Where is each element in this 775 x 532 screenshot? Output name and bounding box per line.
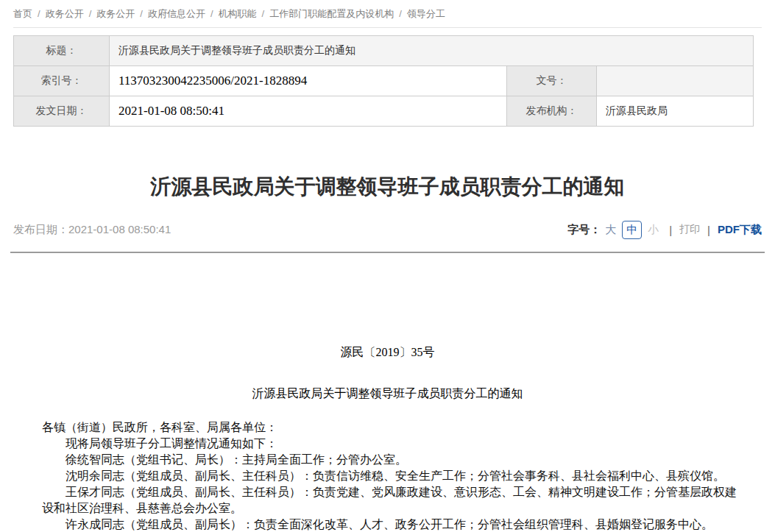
pdf-download-button[interactable]: PDF下载 bbox=[718, 223, 762, 237]
table-row-title: 标题： 沂源县民政局关于调整领导班子成员职责分工的通知 bbox=[14, 36, 754, 66]
paragraph-member-2: 沈明余同志（党组成员、副局长、主任科员）：负责信访维稳、安全生产工作；分管社会事… bbox=[42, 468, 741, 484]
breadcrumb-divider bbox=[13, 27, 762, 28]
doc-number-value bbox=[597, 66, 754, 96]
article-meta-row: 发布日期：2021-01-08 08:50:41 字号： 大 中 小 | 打印 … bbox=[13, 219, 762, 241]
breadcrumb-item-dept-config[interactable]: 工作部门职能配置及内设机构 bbox=[269, 8, 394, 19]
toolbar-separator: | bbox=[707, 224, 710, 236]
breadcrumb-separator: / bbox=[140, 8, 143, 19]
title-value: 沂源县民政局关于调整领导班子成员职责分工的通知 bbox=[110, 36, 754, 66]
breadcrumb-item-zwgk-1[interactable]: 政务公开 bbox=[46, 8, 84, 19]
index-number-label: 索引号： bbox=[14, 66, 110, 96]
print-button[interactable]: 打印 bbox=[679, 223, 700, 236]
table-row-index: 索引号： 113703230042235006/2021-1828894 文号： bbox=[14, 66, 754, 96]
table-row-date: 发文日期： 2021-01-08 08:50:41 发布机构： 沂源县民政局 bbox=[14, 96, 754, 127]
font-size-large-button[interactable]: 大 bbox=[605, 223, 616, 237]
font-size-small-button[interactable]: 小 bbox=[648, 223, 659, 237]
breadcrumb-separator: / bbox=[210, 8, 213, 19]
paragraph-salutation: 各镇（街道）民政所，各科室、局属各单位： bbox=[42, 419, 741, 436]
publish-date: 发布日期：2021-01-08 08:50:41 bbox=[13, 223, 171, 237]
breadcrumb-separator: / bbox=[399, 8, 402, 19]
document-body: 源民〔2019〕35号 沂源县民政局关于调整领导班子成员职责分工的通知 各镇（街… bbox=[0, 344, 775, 532]
agency-label: 发布机构： bbox=[507, 96, 597, 127]
paragraph-member-3: 王保才同志（党组成员、副局长、主任科员）：负责党建、党风廉政建设、意识形态、工会… bbox=[42, 484, 741, 517]
breadcrumb-item-zwgk-2[interactable]: 政务公开 bbox=[96, 8, 135, 19]
font-size-label: 字号： bbox=[567, 223, 601, 237]
issue-date-label: 发文日期： bbox=[14, 96, 110, 127]
breadcrumb-item-org-functions[interactable]: 机构职能 bbox=[219, 8, 257, 19]
title-label: 标题： bbox=[14, 36, 110, 66]
publish-date-label: 发布日期： bbox=[13, 223, 68, 235]
breadcrumb-separator: / bbox=[262, 8, 265, 19]
index-number-value: 113703230042235006/2021-1828894 bbox=[110, 66, 507, 96]
document-title: 沂源县民政局关于调整领导班子成员职责分工的通知 bbox=[13, 386, 762, 402]
document-info-table: 标题： 沂源县民政局关于调整领导班子成员职责分工的通知 索引号： 1137032… bbox=[13, 35, 754, 127]
publish-date-value: 2021-01-08 08:50:41 bbox=[68, 223, 171, 235]
doc-number-label: 文号： bbox=[507, 66, 597, 96]
breadcrumb-separator: / bbox=[38, 8, 40, 19]
paragraph-intro: 现将局领导班子分工调整情况通知如下： bbox=[42, 436, 741, 452]
issue-date-value: 2021-01-08 08:50:41 bbox=[110, 96, 507, 127]
agency-value: 沂源县民政局 bbox=[597, 96, 754, 127]
breadcrumb-item-leadership[interactable]: 领导分工 bbox=[407, 8, 445, 19]
paragraph-member-1: 徐统智同志（党组书记、局长）：主持局全面工作；分管办公室。 bbox=[42, 452, 741, 468]
font-size-medium-button[interactable]: 中 bbox=[622, 221, 642, 239]
document-reference-number: 源民〔2019〕35号 bbox=[13, 344, 762, 361]
toolbar-separator: | bbox=[669, 224, 672, 236]
breadcrumb-item-home[interactable]: 首页 bbox=[13, 8, 32, 19]
breadcrumb: 首页/政务公开/政务公开/政府信息公开/机构职能/工作部门职能配置及内设机构/领… bbox=[0, 0, 775, 27]
page-title: 沂源县民政局关于调整领导班子成员职责分工的通知 bbox=[13, 176, 762, 198]
paragraph-member-4: 许永成同志（党组成员、副局长）：负责全面深化改革、人才、政务公开工作；分管社会组… bbox=[42, 517, 741, 532]
article-toolbar: 字号： 大 中 小 | 打印 | PDF下载 bbox=[567, 221, 762, 239]
document-text: 各镇（街道）民政所，各科室、局属各单位： 现将局领导班子分工调整情况通知如下： … bbox=[42, 419, 741, 532]
content-divider bbox=[10, 252, 765, 253]
breadcrumb-item-info-disclosure[interactable]: 政府信息公开 bbox=[148, 8, 205, 19]
breadcrumb-separator: / bbox=[89, 8, 92, 19]
